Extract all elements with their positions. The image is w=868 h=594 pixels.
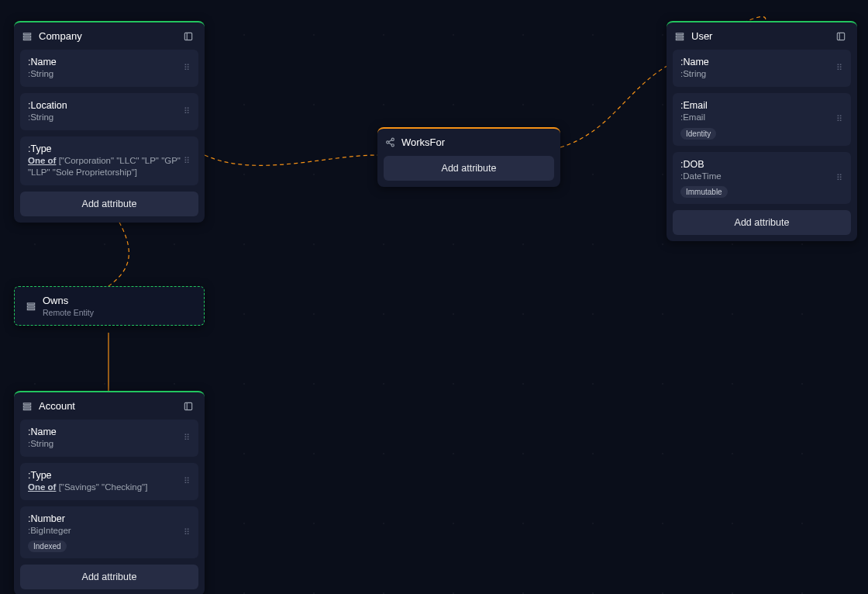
svg-line-9 <box>389 143 392 144</box>
node-title: User <box>691 30 712 42</box>
node-title: Account <box>39 400 75 412</box>
attribute-name: :Location <box>28 99 184 112</box>
attribute-row[interactable]: :Number :BigInteger Indexed ⠿ <box>20 506 198 559</box>
entity-node-account[interactable]: Account :Name :String ⠿ :Type One of ["S… <box>14 391 205 594</box>
drag-handle-icon[interactable]: ⠿ <box>184 476 191 486</box>
svg-rect-13 <box>837 33 844 40</box>
svg-rect-21 <box>184 402 191 409</box>
node-header[interactable]: WorksFor <box>377 129 560 156</box>
expand-icon[interactable] <box>183 401 194 412</box>
node-header[interactable]: Owns Remote Entity <box>15 287 204 325</box>
drag-handle-icon[interactable]: ⠿ <box>836 173 843 183</box>
svg-rect-0 <box>23 33 30 34</box>
attribute-type: :DateTime <box>680 171 836 183</box>
attribute-row[interactable]: :Type One of ["Corporation" "LLC" "LP" "… <box>20 136 198 185</box>
node-title: WorksFor <box>401 136 445 148</box>
svg-line-8 <box>389 140 392 142</box>
svg-rect-12 <box>676 38 683 40</box>
svg-rect-15 <box>27 302 34 304</box>
drag-handle-icon[interactable]: ⠿ <box>836 114 843 124</box>
svg-rect-16 <box>27 306 34 307</box>
attribute-row[interactable]: :Name :String ⠿ <box>20 50 198 87</box>
attribute-row[interactable]: :Name :String ⠿ <box>20 420 198 457</box>
node-body: :Name :String ⠿ :Type One of ["Savings" … <box>14 420 205 594</box>
attribute-type: One of ["Savings" "Checking"] <box>28 482 184 494</box>
attribute-name: :Number <box>28 513 184 525</box>
node-title: Owns <box>43 295 94 306</box>
drag-handle-icon[interactable]: ⠿ <box>184 63 191 73</box>
attribute-badge: Immutable <box>680 186 728 198</box>
attribute-row[interactable]: :Name :String ⠿ <box>673 50 851 87</box>
drag-handle-icon[interactable]: ⠿ <box>184 156 191 166</box>
attribute-name: :Type <box>28 469 184 482</box>
node-body: :Name :String ⠿ :Email :Email Identity ⠿… <box>666 50 857 241</box>
attribute-type: :String <box>680 68 836 81</box>
attribute-name: :DOB <box>680 158 836 171</box>
add-attribute-button[interactable]: Add attribute <box>384 156 554 181</box>
svg-rect-11 <box>676 36 683 37</box>
svg-point-7 <box>391 144 394 147</box>
entity-icon <box>22 31 33 42</box>
attribute-row[interactable]: :Email :Email Identity ⠿ <box>673 93 851 146</box>
svg-rect-2 <box>23 38 30 40</box>
svg-rect-18 <box>23 402 30 404</box>
svg-point-6 <box>387 141 389 143</box>
svg-rect-20 <box>23 408 30 409</box>
relation-node-worksfor[interactable]: WorksFor Add attribute <box>377 127 560 187</box>
node-subtitle: Remote Entity <box>43 308 94 317</box>
add-attribute-button[interactable]: Add attribute <box>20 565 198 589</box>
attribute-type: :BigInteger <box>28 525 184 537</box>
node-header[interactable]: User <box>666 22 857 50</box>
attribute-type: One of ["Corporation" "LLC" "LP" "GP" "L… <box>28 155 184 179</box>
entity-icon <box>26 301 36 312</box>
attribute-row[interactable]: :Type One of ["Savings" "Checking"] ⠿ <box>20 463 198 500</box>
add-attribute-button[interactable]: Add attribute <box>673 210 851 235</box>
attribute-badge: Identity <box>680 128 716 140</box>
attribute-badge: Indexed <box>28 540 67 552</box>
node-title: Company <box>39 30 82 42</box>
entity-icon <box>674 31 685 42</box>
drag-handle-icon[interactable]: ⠿ <box>836 63 843 73</box>
svg-rect-3 <box>184 33 191 40</box>
svg-rect-17 <box>27 308 34 309</box>
node-header[interactable]: Account <box>14 392 205 420</box>
node-body: :Name :String ⠿ :Location :String ⠿ :Typ… <box>14 50 205 223</box>
svg-point-5 <box>391 138 394 140</box>
remote-entity-node-owns[interactable]: Owns Remote Entity <box>14 286 205 326</box>
attribute-type: :String <box>28 438 184 451</box>
attribute-type: :Email <box>680 112 836 124</box>
attribute-name: :Name <box>680 56 836 68</box>
svg-rect-1 <box>23 36 30 37</box>
expand-icon[interactable] <box>835 31 846 42</box>
drag-handle-icon[interactable]: ⠿ <box>184 527 191 537</box>
node-header[interactable]: Company <box>14 22 205 50</box>
drag-handle-icon[interactable]: ⠿ <box>184 106 191 116</box>
drag-handle-icon[interactable]: ⠿ <box>184 433 191 443</box>
entity-node-user[interactable]: User :Name :String ⠿ :Email :Email Ident… <box>666 21 857 241</box>
svg-rect-10 <box>676 33 683 34</box>
attribute-name: :Name <box>28 426 184 438</box>
attribute-row[interactable]: :Location :String ⠿ <box>20 93 198 130</box>
attribute-name: :Email <box>680 99 836 112</box>
attribute-row[interactable]: :DOB :DateTime Immutable ⠿ <box>673 152 851 205</box>
attribute-name: :Type <box>28 143 184 155</box>
node-body: Add attribute <box>377 156 560 187</box>
entity-node-company[interactable]: Company :Name :String ⠿ :Location :Strin… <box>14 21 205 223</box>
attribute-type: :String <box>28 68 184 81</box>
expand-icon[interactable] <box>183 31 194 42</box>
attribute-type: :String <box>28 112 184 124</box>
add-attribute-button[interactable]: Add attribute <box>20 192 198 216</box>
entity-icon <box>22 401 33 412</box>
svg-rect-19 <box>23 406 30 407</box>
share-icon <box>385 137 395 147</box>
attribute-name: :Name <box>28 56 184 68</box>
